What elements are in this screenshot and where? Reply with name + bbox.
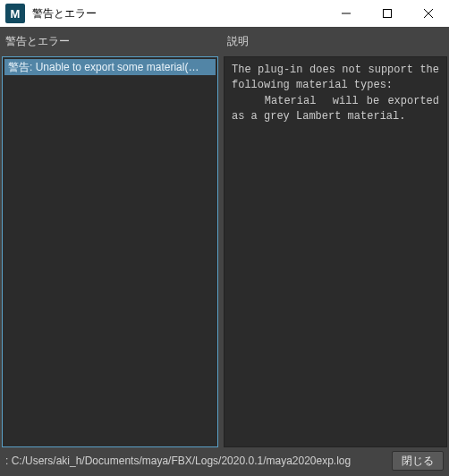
warnings-header: 警告とエラー [2, 29, 218, 56]
window-title: 警告とエラー [32, 6, 326, 21]
app-body: 警告とエラー 警告: Unable to export some materia… [0, 27, 449, 476]
window-titlebar: M 警告とエラー [0, 0, 449, 27]
close-button[interactable]: 閉じる [392, 451, 444, 471]
content-columns: 警告とエラー 警告: Unable to export some materia… [2, 29, 447, 447]
app-icon-letter: M [11, 7, 21, 21]
svg-rect-0 [384, 10, 392, 18]
window-close-button[interactable] [408, 0, 449, 27]
status-bar: : C:/Users/aki_h/Documents/maya/FBX/Logs… [2, 447, 447, 474]
log-file-path: : C:/Users/aki_h/Documents/maya/FBX/Logs… [5, 455, 385, 467]
app-icon: M [5, 4, 25, 23]
warnings-column: 警告とエラー 警告: Unable to export some materia… [2, 29, 218, 447]
warning-item[interactable]: 警告: Unable to export some material(… [4, 59, 216, 75]
close-button-label: 閉じる [402, 454, 434, 469]
warnings-list[interactable]: 警告: Unable to export some material(… [2, 56, 218, 447]
description-header: 説明 [224, 29, 447, 56]
description-text: The plug-in does not support the followi… [224, 57, 446, 131]
window-minimize-button[interactable] [326, 0, 367, 27]
description-column: 説明 The plug-in does not support the foll… [224, 29, 447, 447]
window-maximize-button[interactable] [367, 0, 408, 27]
description-panel: The plug-in does not support the followi… [224, 56, 447, 447]
